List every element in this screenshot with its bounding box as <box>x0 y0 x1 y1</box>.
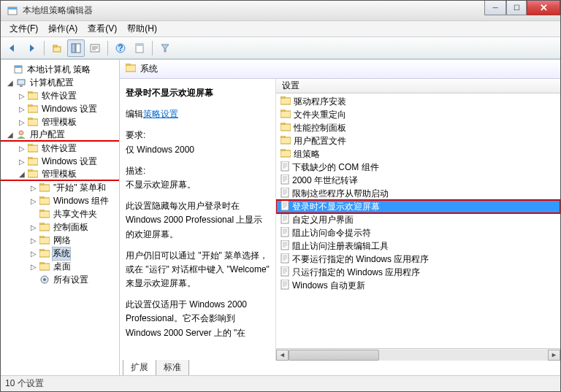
folder-icon <box>39 209 50 219</box>
expand-icon[interactable]: ▷ <box>28 263 39 271</box>
filter-button[interactable] <box>156 39 174 57</box>
tree-t-desk[interactable]: ▷桌面 <box>1 260 119 273</box>
svg-rect-49 <box>280 109 285 111</box>
tree-c-win[interactable]: ▷Windows 设置 <box>1 102 119 115</box>
help-button[interactable]: ? <box>112 39 129 57</box>
menu-action[interactable]: 操作(A) <box>44 21 82 36</box>
list-item[interactable]: 限制这些程序从帮助启动 <box>276 187 560 200</box>
scroll-right-button[interactable]: ► <box>548 350 560 361</box>
show-hide-tree-button[interactable] <box>67 39 85 57</box>
tree-u-soft[interactable]: ▷软件设置 <box>1 142 119 155</box>
tree-t-all[interactable]: 所有设置 <box>1 273 119 286</box>
expand-icon[interactable]: ▷ <box>17 92 27 100</box>
list-item[interactable]: 下载缺少的 COM 组件 <box>276 161 560 174</box>
list-item[interactable]: 性能控制面板 <box>276 121 560 134</box>
tree-c-soft[interactable]: ▷软件设置 <box>1 89 119 102</box>
expand-icon[interactable]: ▷ <box>28 250 39 258</box>
tree-t-sys[interactable]: ▷系统 <box>1 247 119 260</box>
tree-user[interactable]: ◢用户配置 <box>1 128 119 142</box>
tree-t-net[interactable]: ▷网络 <box>1 234 119 247</box>
desc-text: 不显示欢迎屏幕。 <box>126 180 196 190</box>
list-item[interactable]: 用户配置文件 <box>276 134 560 147</box>
svg-rect-2 <box>53 47 61 52</box>
tree-t-start[interactable]: ▷"开始" 菜单和 <box>1 181 119 194</box>
tree-c-tmpl[interactable]: ▷管理模板 <box>1 115 119 128</box>
svg-rect-3 <box>53 45 57 47</box>
tree-computer[interactable]: ◢计算机配置 <box>1 76 119 89</box>
list-item[interactable]: 组策略 <box>276 147 560 161</box>
properties-button[interactable] <box>131 39 148 57</box>
tab-extended[interactable]: 扩展 <box>123 360 156 375</box>
setting-icon <box>280 266 289 279</box>
tree-u-win[interactable]: ▷Windows 设置 <box>1 155 119 168</box>
settings-list[interactable]: 驱动程序安装文件夹重定向性能控制面板用户配置文件组策略下载缺少的 COM 组件2… <box>276 93 560 348</box>
expand-icon[interactable]: ▷ <box>17 145 27 153</box>
list-item-label: 限制这些程序从帮助启动 <box>292 188 389 200</box>
tab-standard[interactable]: 标准 <box>156 360 189 375</box>
list-item[interactable]: 不要运行指定的 Windows 应用程序 <box>276 253 560 266</box>
list-item[interactable]: 驱动程序安装 <box>276 95 560 108</box>
tree-t-wincomp[interactable]: ▷Windows 组件 <box>1 194 119 207</box>
tree-t-ctrl[interactable]: ▷控制面板 <box>1 220 119 234</box>
up-button[interactable] <box>48 39 66 57</box>
tree-root[interactable]: 本地计算机 策略 <box>1 63 119 76</box>
expand-icon[interactable]: ▷ <box>17 118 27 126</box>
expand-icon[interactable]: ▷ <box>28 184 39 192</box>
list-item[interactable]: 阻止访问注册表编辑工具 <box>276 239 560 253</box>
list-item-label: 阻止访问注册表编辑工具 <box>292 240 389 253</box>
folder-icon <box>39 261 50 272</box>
scroll-track[interactable] <box>289 350 548 361</box>
expand-icon[interactable]: ▷ <box>28 223 39 231</box>
expand-icon[interactable]: ▷ <box>28 237 39 245</box>
svg-rect-48 <box>280 111 291 118</box>
settings-icon <box>39 274 50 285</box>
list-item-label: 自定义用户界面 <box>292 214 354 226</box>
collapse-icon[interactable]: ◢ <box>5 131 15 139</box>
maximize-button[interactable]: ☐ <box>506 1 527 15</box>
svg-rect-25 <box>28 157 32 158</box>
menu-view[interactable]: 查看(V) <box>83 21 121 36</box>
setting-icon <box>280 280 289 292</box>
scroll-left-button[interactable]: ◄ <box>276 350 289 361</box>
svg-rect-31 <box>39 196 44 198</box>
tree-t-share[interactable]: 共享文件夹 <box>1 207 119 220</box>
expand-icon[interactable]: ▷ <box>17 158 27 166</box>
svg-rect-19 <box>28 119 38 126</box>
svg-rect-23 <box>28 144 32 145</box>
horizontal-scrollbar[interactable]: ◄ ► <box>276 348 560 361</box>
setting-icon <box>280 161 289 174</box>
close-button[interactable]: ✕ <box>527 1 560 15</box>
content-title: 系统 <box>140 63 158 75</box>
list-item[interactable]: 文件夹重定向 <box>276 108 560 121</box>
tree-pane[interactable]: 本地计算机 策略 ◢计算机配置 ▷软件设置 ▷Windows 设置 ▷管理模板 … <box>1 60 120 375</box>
computer-icon <box>15 77 27 88</box>
list-item[interactable]: 2000 年世纪转译 <box>276 174 560 187</box>
export-button[interactable] <box>86 39 104 57</box>
collapse-icon[interactable]: ◢ <box>5 79 15 87</box>
window: 本地组策略编辑器 ─ ☐ ✕ 文件(F) 操作(A) 查看(V) 帮助(H) ?… <box>0 0 561 392</box>
back-button[interactable] <box>4 39 21 57</box>
scroll-thumb[interactable] <box>289 350 379 361</box>
minimize-button[interactable]: ─ <box>484 1 506 15</box>
tree-u-tmpl[interactable]: ◢管理模板 <box>1 168 119 181</box>
edit-policy-link[interactable]: 策略设置 <box>143 109 178 119</box>
collapse-icon[interactable]: ◢ <box>17 170 27 178</box>
list-item-label: 组策略 <box>294 148 320 161</box>
svg-rect-32 <box>39 211 50 218</box>
list-item[interactable]: 登录时不显示欢迎屏幕 <box>276 200 560 213</box>
list-item-label: 驱动程序安装 <box>294 96 346 108</box>
menu-file[interactable]: 文件(F) <box>5 21 42 36</box>
user-icon <box>15 129 27 139</box>
list-item[interactable]: 阻止访问命令提示符 <box>276 226 560 239</box>
svg-rect-46 <box>280 98 291 104</box>
expand-icon[interactable]: ▷ <box>17 105 27 113</box>
expand-icon[interactable]: ▷ <box>28 197 39 205</box>
svg-rect-35 <box>39 223 44 224</box>
svg-rect-15 <box>28 93 38 99</box>
list-item[interactable]: Windows 自动更新 <box>276 279 560 292</box>
list-item[interactable]: 自定义用户界面 <box>276 213 560 226</box>
menu-help[interactable]: 帮助(H) <box>123 21 161 36</box>
list-header[interactable]: 设置 <box>276 79 560 93</box>
forward-button[interactable] <box>23 39 40 57</box>
list-item[interactable]: 只运行指定的 Windows 应用程序 <box>276 266 560 279</box>
